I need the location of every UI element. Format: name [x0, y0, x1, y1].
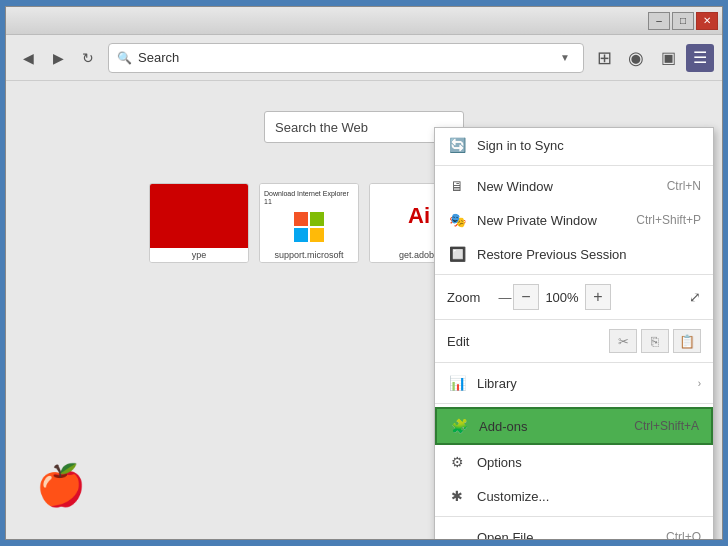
nav-buttons: ◀ ▶ ↻: [14, 44, 102, 72]
browser-content: Search the Web ype Download Internet Exp…: [6, 81, 722, 539]
menu-separator-6: [435, 516, 713, 517]
private-window-icon: 🎭: [447, 210, 467, 230]
menu-item-options[interactable]: ⚙ Options: [435, 445, 713, 479]
menu-button[interactable]: ☰: [686, 44, 714, 72]
thumb-img-microsoft: Download Internet Explorer 11: [260, 184, 358, 248]
zoom-label: Zoom: [447, 290, 497, 305]
toolbar-icons: ⊞ ◉ ▣ ☰: [590, 44, 714, 72]
window-controls: – □ ✕: [648, 12, 718, 30]
options-icon: ⚙: [447, 452, 467, 472]
zoom-expand-icon[interactable]: ⤢: [689, 289, 701, 305]
copy-button[interactable]: ⎘: [641, 329, 669, 353]
maximize-button[interactable]: □: [672, 12, 694, 30]
menu-item-library[interactable]: 📊 Library ›: [435, 366, 713, 400]
new-window-icon: 🖥: [447, 176, 467, 196]
search-input[interactable]: [138, 50, 549, 65]
thumb-label-microsoft: support.microsoft: [260, 248, 358, 262]
edit-row: Edit ✂ ⎘ 📋: [435, 323, 713, 359]
addons-icon: 🧩: [449, 416, 469, 436]
sync-icon: 🔄: [447, 135, 467, 155]
open-file-icon: [447, 527, 467, 539]
paste-button[interactable]: 📋: [673, 329, 701, 353]
thumb-label-youtube: ype: [150, 248, 248, 262]
addons-shortcut: Ctrl+Shift+A: [634, 419, 699, 433]
thumbnail-youtube[interactable]: ype: [149, 183, 249, 263]
private-window-shortcut: Ctrl+Shift+P: [636, 213, 701, 227]
browser-toolbar: ◀ ▶ ↻ 🔍 ▼ ⊞ ◉ ▣ ☰: [6, 35, 722, 81]
zoom-row: Zoom — − 100% + ⤢: [435, 278, 713, 316]
refresh-button[interactable]: ↻: [74, 44, 102, 72]
customize-icon: ✱: [447, 486, 467, 506]
browser-menu: 🔄 Sign in to Sync 🖥 New Window Ctrl+N 🎭 …: [434, 127, 714, 539]
zoom-in-button[interactable]: +: [585, 284, 611, 310]
edit-label: Edit: [447, 334, 605, 349]
forward-button[interactable]: ▶: [44, 44, 72, 72]
zoom-dash: —: [497, 290, 513, 305]
customize-label: Customize...: [477, 489, 701, 504]
address-bar[interactable]: 🔍 ▼: [108, 43, 584, 73]
back-button[interactable]: ◀: [14, 44, 42, 72]
menu-separator-3: [435, 319, 713, 320]
hamburger-icon: ☰: [693, 48, 707, 67]
library-arrow: ›: [698, 378, 701, 389]
thumb-img-youtube: [150, 184, 248, 248]
menu-separator-4: [435, 362, 713, 363]
zoom-out-button[interactable]: −: [513, 284, 539, 310]
menu-item-sync[interactable]: 🔄 Sign in to Sync: [435, 128, 713, 162]
restore-session-label: Restore Previous Session: [477, 247, 701, 262]
restore-session-icon: 🔲: [447, 244, 467, 264]
menu-item-new-window[interactable]: 🖥 New Window Ctrl+N: [435, 169, 713, 203]
options-label: Options: [477, 455, 701, 470]
menu-item-open-file[interactable]: Open File... Ctrl+O: [435, 520, 713, 539]
library-icon[interactable]: ⊞: [590, 44, 618, 72]
zoom-value: 100%: [539, 290, 585, 305]
menu-item-private-window[interactable]: 🎭 New Private Window Ctrl+Shift+P: [435, 203, 713, 237]
menu-item-addons[interactable]: 🧩 Add-ons Ctrl+Shift+A: [435, 407, 713, 445]
open-file-shortcut: Ctrl+O: [666, 530, 701, 539]
apple-logo: 🍎: [36, 462, 86, 509]
sync-label: Sign in to Sync: [477, 138, 701, 153]
minimize-button[interactable]: –: [648, 12, 670, 30]
new-window-label: New Window: [477, 179, 667, 194]
address-dropdown-icon[interactable]: ▼: [555, 48, 575, 68]
menu-separator-1: [435, 165, 713, 166]
addons-label: Add-ons: [479, 419, 634, 434]
cut-button[interactable]: ✂: [609, 329, 637, 353]
library-menu-icon: 📊: [447, 373, 467, 393]
menu-separator-2: [435, 274, 713, 275]
thumbnail-microsoft[interactable]: Download Internet Explorer 11 support.mi…: [259, 183, 359, 263]
close-button[interactable]: ✕: [696, 12, 718, 30]
title-bar: – □ ✕: [6, 7, 722, 35]
sidebar-icon[interactable]: ▣: [654, 44, 682, 72]
search-web-label: Search the Web: [275, 120, 368, 135]
browser-window: – □ ✕ ◀ ▶ ↻ 🔍 ▼ ⊞ ◉ ▣ ☰ Search th: [5, 6, 723, 540]
menu-item-customize[interactable]: ✱ Customize...: [435, 479, 713, 513]
search-icon: 🔍: [117, 51, 132, 65]
menu-separator-5: [435, 403, 713, 404]
pocket-icon[interactable]: ◉: [622, 44, 650, 72]
open-file-label: Open File...: [477, 530, 666, 540]
new-window-shortcut: Ctrl+N: [667, 179, 701, 193]
private-window-label: New Private Window: [477, 213, 636, 228]
library-label: Library: [477, 376, 698, 391]
menu-item-restore-session[interactable]: 🔲 Restore Previous Session: [435, 237, 713, 271]
